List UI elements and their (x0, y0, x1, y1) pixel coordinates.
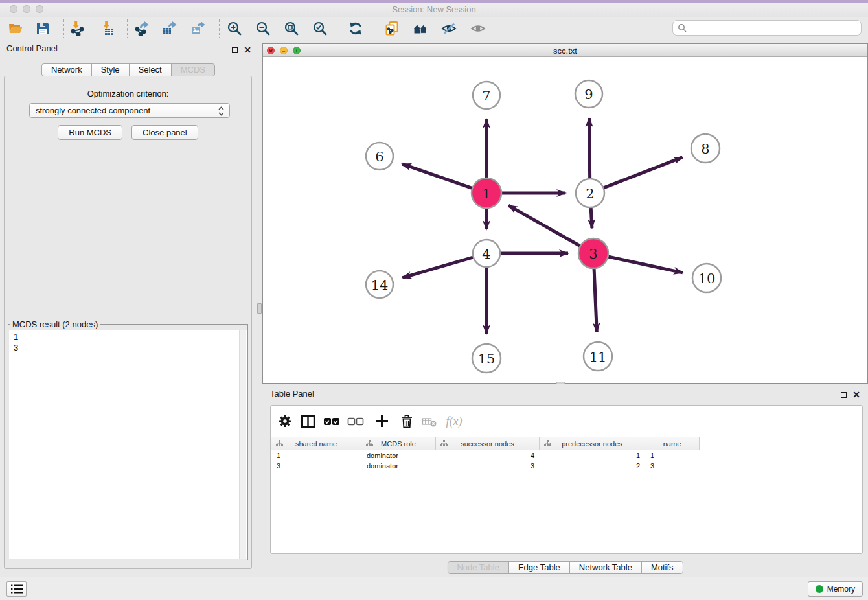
hide-selected-button[interactable] (440, 19, 458, 38)
table-row[interactable]: 3dominator323 (271, 461, 700, 471)
close-table-panel-icon[interactable]: ✕ (852, 391, 860, 398)
column-header-predecessor-nodes[interactable]: predecessor nodes (540, 437, 645, 450)
import-network-button[interactable] (68, 19, 86, 38)
edge-3-11[interactable] (594, 268, 597, 332)
column-header-name[interactable]: name (645, 437, 700, 450)
select-all-columns-button[interactable] (323, 411, 341, 431)
import-network-icon (69, 21, 85, 36)
edge-2-8[interactable] (603, 157, 683, 189)
edge-2-9[interactable] (589, 118, 590, 179)
save-session-button[interactable] (34, 19, 52, 38)
node-label-6: 6 (375, 149, 383, 165)
zoom-in-icon (227, 21, 242, 36)
horizontal-splitter-handle[interactable] (556, 382, 565, 384)
add-column-button[interactable] (373, 411, 391, 431)
toolbar-separator (127, 19, 128, 38)
table-cell: 1 (540, 450, 645, 461)
zoom-selected-icon (312, 21, 328, 36)
node-label-14: 14 (371, 277, 389, 293)
memory-button[interactable]: Memory (808, 581, 863, 597)
tab-edge-table[interactable]: Edge Table (508, 561, 570, 574)
show-all-button[interactable] (469, 19, 487, 38)
close-panel-icon[interactable]: ✕ (244, 47, 251, 53)
window-titlebar: Session: New Session (0, 0, 868, 17)
edge-3-10[interactable] (608, 257, 683, 273)
import-table-button[interactable] (98, 19, 117, 38)
tab-style[interactable]: Style (91, 63, 130, 76)
task-history-button[interactable] (6, 581, 27, 597)
float-panel-icon[interactable] (232, 47, 238, 53)
node-label-9: 9 (584, 87, 593, 102)
eye-icon (470, 21, 486, 36)
float-table-panel-icon[interactable] (841, 392, 847, 398)
zoom-selected-button[interactable] (311, 19, 329, 38)
plus-icon (374, 413, 390, 429)
column-header-label: name (663, 440, 681, 448)
edge-4-14[interactable] (403, 257, 474, 278)
table-settings-button[interactable] (276, 411, 294, 431)
tab-network-table[interactable]: Network Table (569, 561, 642, 574)
delete-column-button[interactable] (398, 411, 416, 431)
trash-icon (399, 413, 415, 429)
deselect-all-columns-button[interactable] (347, 411, 365, 431)
export-image-icon (190, 21, 206, 36)
refresh-button[interactable] (347, 19, 365, 38)
table-cell: 3 (436, 461, 540, 471)
zoom-fit-button[interactable] (282, 19, 301, 38)
column-header-successor-nodes[interactable]: successor nodes (436, 437, 540, 450)
zoom-in-button[interactable] (225, 19, 244, 38)
clone-network-button[interactable] (383, 19, 401, 38)
toolbar-separator (219, 19, 220, 38)
column-header-label: MCDS role (381, 440, 416, 448)
close-panel-button[interactable]: Close panel (131, 125, 198, 140)
column-header-shared-name[interactable]: shared name (271, 437, 361, 450)
network-graph: 1234678910111415 (263, 57, 867, 383)
network-window-titlebar[interactable]: ✕ − + scc.txt (263, 44, 867, 57)
search-field[interactable] (672, 20, 862, 36)
vertical-splitter-handle[interactable] (257, 303, 262, 314)
tree-icon (544, 440, 551, 448)
function-builder-button[interactable]: f(x) (442, 411, 466, 431)
tab-network[interactable]: Network (41, 63, 92, 76)
column-header-label: successor nodes (461, 440, 514, 448)
tab-node-table[interactable]: Node Table (447, 561, 509, 574)
gear-icon (277, 413, 293, 429)
titlebar-accent-strip (0, 0, 868, 3)
export-image-button[interactable] (189, 19, 207, 38)
node-label-7: 7 (482, 88, 490, 104)
edge-3-1[interactable] (508, 205, 581, 246)
delete-table-button[interactable] (420, 411, 439, 431)
column-layout-button[interactable] (299, 411, 317, 431)
node-label-8: 8 (701, 141, 709, 157)
zoom-out-button[interactable] (254, 19, 272, 38)
node-label-2: 2 (586, 186, 594, 202)
edge-1-6[interactable] (402, 164, 473, 189)
table-row[interactable]: 1dominator411 (271, 450, 700, 461)
tab-motifs[interactable]: Motifs (641, 561, 683, 574)
result-scrollbar[interactable] (239, 330, 246, 559)
criterion-dropdown[interactable]: strongly connected component (29, 103, 230, 118)
edge-2-3[interactable] (591, 207, 592, 228)
export-network-button[interactable] (133, 19, 151, 38)
mcds-result-fieldset: MCDS result (2 nodes) 13 (8, 319, 248, 560)
open-session-button[interactable] (6, 19, 25, 38)
checked-boxes-icon (323, 413, 340, 429)
column-header-label: predecessor nodes (562, 440, 622, 448)
search-input[interactable] (690, 23, 861, 33)
tree-icon (366, 440, 373, 448)
network-canvas[interactable]: 1234678910111415 (263, 57, 867, 383)
run-mcds-button[interactable]: Run MCDS (58, 125, 122, 140)
clone-network-icon (384, 21, 400, 36)
column-header-mcds-role[interactable]: MCDS role (361, 437, 436, 450)
first-neighbors-button[interactable] (410, 19, 431, 38)
refresh-icon (348, 21, 363, 36)
export-table-button[interactable] (161, 19, 179, 38)
export-network-icon (134, 21, 150, 36)
tab-select[interactable]: Select (129, 63, 172, 76)
network-window-title: scc.txt (263, 46, 867, 56)
toolbar-separator (63, 19, 64, 38)
tab-mcds[interactable]: MCDS (171, 63, 215, 76)
zoom-fit-icon (284, 21, 299, 36)
export-table-icon (162, 21, 177, 36)
optimization-criterion-label: Optimization criterion: (5, 89, 251, 98)
